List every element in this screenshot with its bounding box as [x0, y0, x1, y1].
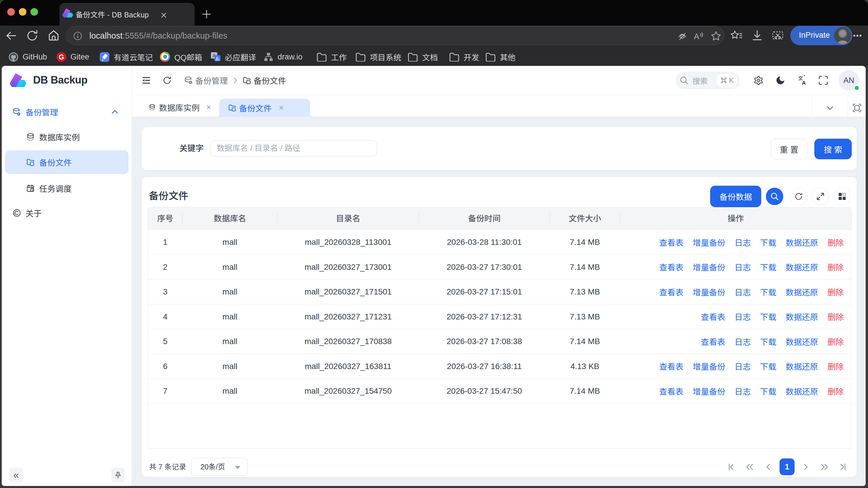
svg-text:あ: あ — [215, 55, 220, 61]
svg-text:A: A — [802, 80, 806, 86]
svg-text:A: A — [694, 32, 699, 41]
svg-text:G: G — [59, 53, 64, 61]
